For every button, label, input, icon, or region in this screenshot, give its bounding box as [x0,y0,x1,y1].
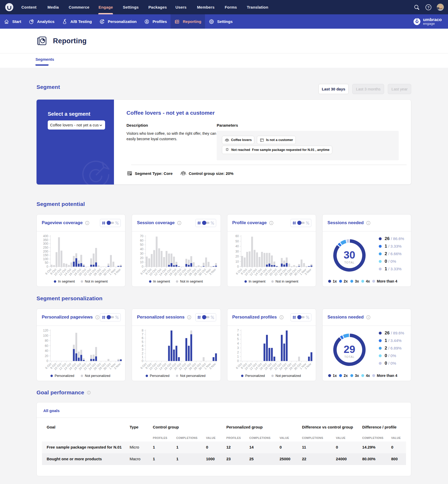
svg-text:60: 60 [140,239,144,242]
svg-text:Not in segment: Not in segment [180,279,203,283]
svg-text:200: 200 [43,250,48,253]
svg-text:0: 0 [237,265,239,268]
svg-text:50: 50 [45,261,49,265]
svg-text:4x: 4x [366,279,370,283]
svg-text:2x: 2x [344,373,348,378]
svg-text:40: 40 [235,244,239,248]
svg-text:Personalized: Personalized [55,374,74,378]
svg-text:0: 0 [142,359,144,363]
svg-text:60: 60 [235,234,239,238]
svg-text:400: 400 [43,234,48,238]
svg-text:20: 20 [235,255,239,258]
svg-text:2x: 2x [344,279,348,283]
svg-text:/ 89.6%: / 89.6% [391,331,404,335]
svg-text:50: 50 [140,243,144,247]
svg-text:250: 250 [43,246,48,249]
svg-text:1: 1 [385,338,387,343]
svg-text:60: 60 [45,344,49,348]
svg-text:/ 3.33%: / 3.33% [388,244,402,248]
svg-text:/ 3.33%: / 3.33% [388,267,402,271]
svg-text:1: 1 [385,244,387,249]
svg-text:40: 40 [140,247,144,251]
svg-text:120: 120 [43,329,48,332]
svg-text:Not personalized: Not personalized [275,374,301,378]
svg-text:20: 20 [45,354,49,358]
svg-text:0: 0 [385,353,387,358]
svg-text:More than 4: More than 4 [377,279,397,283]
svg-text:0: 0 [385,259,387,264]
svg-text:20: 20 [140,256,144,260]
svg-text:100: 100 [43,257,48,261]
svg-text:TOTAL: TOTAL [344,355,354,358]
svg-text:1: 1 [385,266,387,271]
svg-text:10: 10 [140,260,144,264]
svg-text:2: 2 [237,351,239,354]
svg-text:100: 100 [43,334,48,338]
svg-text:4: 4 [142,344,144,348]
svg-text:1x: 1x [333,373,337,378]
svg-text:/ 3.44%: / 3.44% [388,338,402,343]
svg-text:26: 26 [385,330,390,335]
svg-text:4x: 4x [366,373,370,378]
svg-text:/ 0%: / 0% [388,259,396,264]
svg-text:2: 2 [142,352,144,355]
svg-text:3x: 3x [355,373,359,378]
svg-text:In segment: In segment [249,279,265,283]
svg-text:Not in segment: Not in segment [275,279,298,283]
svg-text:More than 4: More than 4 [377,373,397,378]
svg-text:26: 26 [385,236,390,241]
svg-text:10: 10 [235,260,239,264]
svg-text:7: 7 [237,329,239,332]
svg-text:In segment: In segment [58,279,75,283]
svg-text:0: 0 [237,359,239,363]
svg-text:0: 0 [46,265,48,268]
svg-text:/ 0%: / 0% [388,353,396,358]
svg-text:1: 1 [142,355,144,359]
svg-text:Not in segment: Not in segment [85,279,108,283]
svg-text:8: 8 [142,329,144,332]
svg-text:In segment: In segment [153,279,170,283]
svg-text:30: 30 [235,250,239,253]
svg-text:50: 50 [235,240,239,243]
svg-text:TOTAL: TOTAL [344,261,354,264]
svg-text:300: 300 [43,242,48,246]
svg-text:3x: 3x [355,279,359,283]
svg-text:Personalized: Personalized [245,374,265,378]
svg-text:30: 30 [140,252,144,255]
svg-text:0: 0 [46,359,48,363]
svg-text:5: 5 [142,340,144,344]
svg-text:/ 6.66%: / 6.66% [388,252,402,256]
svg-text:2: 2 [385,346,387,351]
svg-text:0: 0 [142,265,144,268]
svg-text:3: 3 [237,346,239,350]
svg-text:7: 7 [142,333,144,336]
svg-text:/ 6.89%: / 6.89% [388,346,402,350]
svg-text:80: 80 [45,339,49,342]
svg-text:?: ? [427,5,429,9]
svg-text:350: 350 [43,238,48,242]
svg-text:1x: 1x [333,279,337,283]
svg-text:Personalized: Personalized [150,374,169,378]
svg-text:5: 5 [237,337,239,341]
svg-text:/ 86.6%: / 86.6% [391,236,404,241]
svg-text:150: 150 [43,253,48,257]
svg-text:6: 6 [237,333,239,337]
svg-text:0: 0 [385,361,387,366]
svg-text:40: 40 [45,349,49,353]
svg-text:/ 0%: / 0% [388,361,396,365]
svg-text:29: 29 [344,344,355,355]
svg-text:2: 2 [385,251,387,256]
svg-text:6: 6 [142,336,144,340]
svg-text:70: 70 [140,234,144,238]
svg-text:Not personalized: Not personalized [85,374,111,378]
svg-text:4: 4 [237,342,239,345]
svg-text:30: 30 [344,249,355,261]
svg-text:Not personalized: Not personalized [180,374,206,378]
svg-text:3: 3 [142,348,144,351]
svg-text:1: 1 [237,355,239,358]
